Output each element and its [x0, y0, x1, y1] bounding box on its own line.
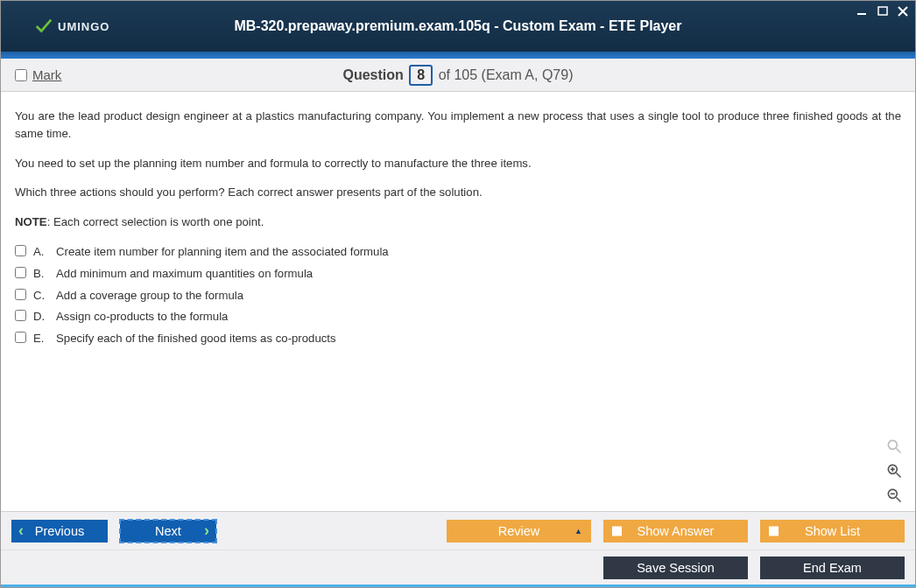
bottom-accent — [1, 584, 915, 587]
check-icon — [34, 17, 53, 36]
answer-option[interactable]: A. Create item number for planning item … — [15, 243, 901, 261]
brand-logo: UMINGO — [34, 17, 109, 36]
svg-line-5 — [897, 473, 901, 478]
answer-option[interactable]: C. Add a coverage group to the formula — [15, 287, 901, 304]
answer-checkbox[interactable] — [15, 332, 26, 343]
answer-letter: D. — [33, 308, 49, 326]
question-number: 8 — [409, 65, 433, 86]
brand-text: UMINGO — [58, 20, 109, 33]
question-paragraph: Which three actions should you perform? … — [15, 184, 901, 201]
footer-session: Save Session End Exam — [1, 550, 915, 584]
question-indicator: Question 8 of 105 (Exam A, Q79) — [1, 65, 915, 86]
question-content: You are the lead product design engineer… — [1, 92, 915, 511]
show-list-button[interactable]: Show List — [760, 520, 905, 542]
question-paragraph: You are the lead product design engineer… — [15, 108, 901, 143]
square-icon — [769, 526, 779, 536]
mark-checkbox-wrap[interactable]: Mark — [15, 67, 61, 82]
answer-text: Create item number for planning item and… — [56, 243, 389, 261]
titlebar: UMINGO MB-320.prepaway.premium.exam.105q… — [1, 1, 915, 52]
answer-letter: C. — [33, 287, 49, 304]
answer-checkbox[interactable] — [15, 310, 26, 321]
previous-button[interactable]: Previous — [11, 520, 108, 542]
zoom-out-icon[interactable] — [884, 485, 905, 506]
answer-letter: E. — [33, 330, 49, 347]
question-bar: Mark Question 8 of 105 (Exam A, Q79) — [1, 59, 915, 92]
show-answer-button[interactable]: Show Answer — [603, 520, 748, 542]
save-session-button[interactable]: Save Session — [603, 556, 748, 579]
question-total: of 105 (Exam A, Q79) — [439, 67, 574, 82]
answer-text: Specify each of the finished good items … — [56, 330, 336, 347]
answer-checkbox[interactable] — [15, 245, 26, 256]
answers-list: A. Create item number for planning item … — [15, 243, 901, 347]
mark-label: Mark — [32, 67, 61, 82]
footer-nav: Previous Next Review Show Answer Show Li… — [1, 511, 915, 550]
answer-text: Assign co-products to the formula — [56, 308, 228, 326]
minimize-icon[interactable] — [856, 4, 870, 18]
answer-letter: B. — [33, 265, 49, 283]
square-icon — [612, 526, 622, 536]
review-button[interactable]: Review — [447, 520, 591, 542]
mark-checkbox[interactable] — [15, 69, 27, 81]
answer-checkbox[interactable] — [15, 289, 26, 300]
svg-line-3 — [897, 449, 901, 453]
question-note: NOTE: Each correct selection is worth on… — [15, 214, 901, 231]
question-word: Question — [342, 67, 403, 82]
search-icon[interactable] — [884, 436, 905, 457]
window-title: MB-320.prepaway.premium.exam.105q - Cust… — [1, 18, 915, 34]
zoom-in-icon[interactable] — [884, 460, 905, 481]
answer-text: Add minimum and maximum quantities on fo… — [56, 265, 313, 283]
answer-checkbox[interactable] — [15, 267, 26, 278]
svg-rect-0 — [857, 13, 866, 15]
svg-line-9 — [897, 498, 901, 502]
answer-option[interactable]: E. Specify each of the finished good ite… — [15, 330, 901, 347]
svg-rect-1 — [878, 7, 887, 15]
end-exam-button[interactable]: End Exam — [760, 556, 905, 579]
zoom-tools — [884, 436, 905, 506]
close-icon[interactable] — [896, 4, 910, 18]
answer-text: Add a coverage group to the formula — [56, 287, 243, 304]
answer-option[interactable]: D. Assign co-products to the formula — [15, 308, 901, 326]
accent-strip — [1, 52, 915, 59]
question-paragraph: You need to set up the planning item num… — [15, 155, 901, 172]
next-button[interactable]: Next — [120, 520, 216, 542]
maximize-icon[interactable] — [876, 4, 890, 18]
answer-option[interactable]: B. Add minimum and maximum quantities on… — [15, 265, 901, 283]
answer-letter: A. — [33, 243, 49, 261]
svg-point-2 — [888, 440, 897, 449]
